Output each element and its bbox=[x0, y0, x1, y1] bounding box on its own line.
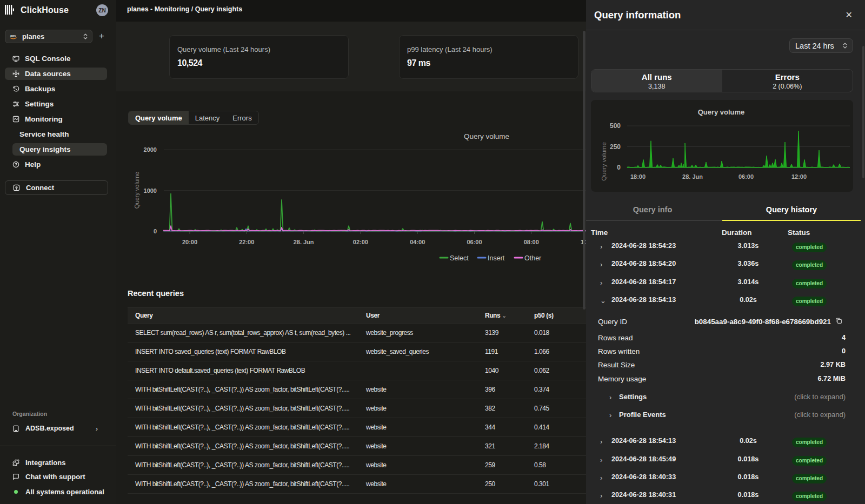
svg-text:0: 0 bbox=[617, 164, 621, 171]
svg-text:aws: aws bbox=[10, 34, 16, 37]
svg-text:22:00: 22:00 bbox=[239, 239, 254, 245]
svg-text:500: 500 bbox=[610, 122, 621, 130]
svg-text:20:00: 20:00 bbox=[182, 239, 197, 245]
svg-text:06:00: 06:00 bbox=[467, 239, 482, 245]
svg-text:18:00: 18:00 bbox=[630, 173, 646, 180]
svg-text:08:00: 08:00 bbox=[524, 239, 539, 245]
svg-text:28. Jun: 28. Jun bbox=[682, 173, 703, 180]
svg-text:Query volume: Query volume bbox=[601, 142, 607, 181]
svg-text:28. Jun: 28. Jun bbox=[294, 239, 314, 245]
svg-text:04:00: 04:00 bbox=[410, 239, 425, 245]
svg-text:0: 0 bbox=[154, 228, 157, 234]
svg-text:250: 250 bbox=[610, 143, 621, 151]
svg-text:Select: Select bbox=[450, 254, 469, 262]
svg-text:Query volume: Query volume bbox=[134, 172, 140, 209]
svg-text:02:00: 02:00 bbox=[353, 239, 368, 245]
svg-text:Insert: Insert bbox=[488, 254, 505, 262]
svg-text:06:00: 06:00 bbox=[738, 173, 754, 180]
svg-text:12:00: 12:00 bbox=[791, 173, 807, 180]
svg-text:1000: 1000 bbox=[144, 187, 157, 194]
svg-text:Query volume: Query volume bbox=[698, 108, 745, 116]
svg-text:2000: 2000 bbox=[144, 146, 157, 153]
svg-text:Other: Other bbox=[524, 254, 541, 262]
